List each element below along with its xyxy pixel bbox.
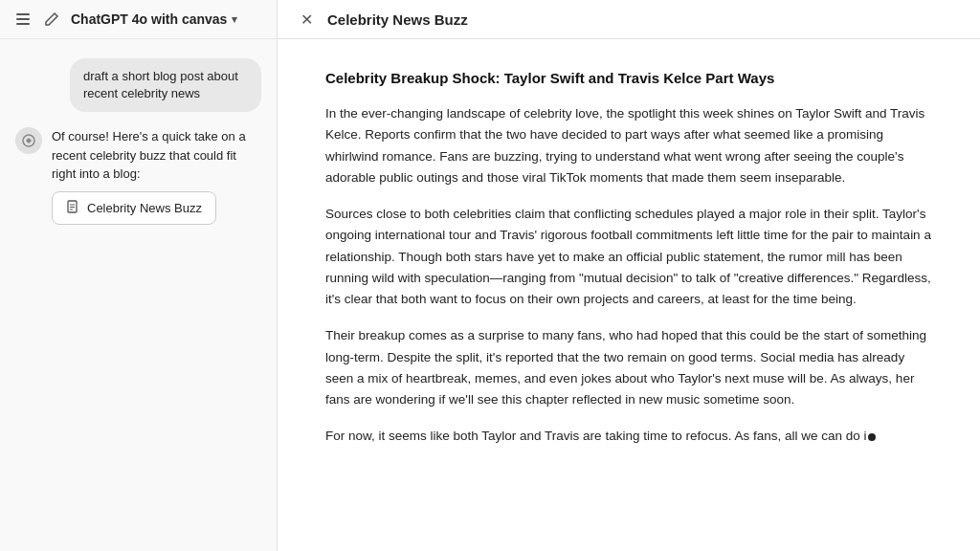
canvas-button-label: Celebrity News Buzz [87, 201, 202, 215]
left-panel: ChatGPT 4o with canvas ▾ draft a short b… [0, 0, 278, 551]
edit-icon[interactable] [42, 10, 61, 29]
right-panel: ✕ Celebrity News Buzz Celebrity Breakup … [278, 0, 980, 551]
user-message-bubble: draft a short blog post about recent cel… [70, 58, 261, 112]
assistant-response-text: Of course! Here's a quick take on a rece… [52, 127, 261, 184]
blog-paragraph-4: For now, it seems like both Taylor and T… [325, 426, 932, 447]
svg-rect-0 [16, 13, 30, 15]
document-icon [66, 200, 79, 216]
chat-area: draft a short blog post about recent cel… [0, 39, 277, 551]
top-bar: ChatGPT 4o with canvas ▾ [0, 0, 277, 39]
model-selector[interactable]: ChatGPT 4o with canvas ▾ [71, 11, 237, 27]
blog-paragraph-3: Their breakup comes as a surprise to man… [325, 325, 932, 410]
text-cursor [868, 433, 876, 441]
model-name: ChatGPT 4o with canvas [71, 11, 227, 27]
assistant-avatar [15, 127, 42, 154]
sidebar-toggle-icon[interactable] [13, 10, 33, 29]
canvas-title: Celebrity News Buzz [327, 11, 468, 28]
blog-paragraph-2: Sources close to both celebrities claim … [325, 204, 932, 310]
canvas-content[interactable]: Celebrity Breakup Shock: Taylor Swift an… [278, 39, 980, 551]
canvas-header: ✕ Celebrity News Buzz [278, 0, 980, 39]
svg-rect-1 [16, 18, 30, 20]
svg-rect-2 [16, 23, 30, 25]
assistant-text-area: Of course! Here's a quick take on a rece… [52, 127, 261, 225]
chevron-down-icon: ▾ [232, 13, 237, 26]
close-button[interactable]: ✕ [297, 10, 316, 29]
blog-paragraph-1: In the ever-changing landscape of celebr… [325, 103, 932, 188]
assistant-message: Of course! Here's a quick take on a rece… [15, 127, 261, 225]
blog-post-title: Celebrity Breakup Shock: Taylor Swift an… [325, 68, 932, 88]
canvas-link-button[interactable]: Celebrity News Buzz [52, 191, 216, 225]
